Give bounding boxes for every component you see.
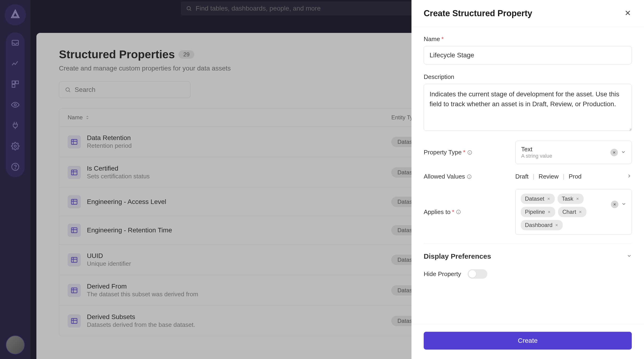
name-input[interactable] xyxy=(424,46,632,64)
allowed-values[interactable]: Draft| Review| Prod xyxy=(515,173,632,180)
hide-property-row: Hide Property xyxy=(424,269,632,279)
applies-tag: Task xyxy=(558,194,584,204)
proptype-title: Text xyxy=(521,146,552,153)
description-label: Description xyxy=(424,73,632,81)
chevron-down-icon[interactable] xyxy=(621,149,626,156)
create-property-drawer: Create Structured Property Name* Descrip… xyxy=(412,0,644,359)
clear-icon[interactable] xyxy=(611,201,618,208)
drawer-footer: Create xyxy=(412,324,644,359)
applies-tag: Chart xyxy=(558,207,586,217)
chevron-right-icon[interactable] xyxy=(626,173,632,180)
hide-property-toggle[interactable] xyxy=(468,269,487,279)
applies-tag: Dashboard xyxy=(521,220,563,230)
property-type-select[interactable]: Text A string value xyxy=(515,141,632,164)
close-button[interactable] xyxy=(624,9,632,18)
create-button[interactable]: Create xyxy=(424,332,632,349)
applies-tag: Pipeline xyxy=(521,207,555,217)
display-preferences[interactable]: Display Preferences xyxy=(424,252,632,260)
name-label: Name* xyxy=(424,36,632,43)
property-type-label: Property Type* xyxy=(424,149,515,156)
description-input[interactable] xyxy=(424,84,632,131)
hide-property-label: Hide Property xyxy=(424,270,461,278)
info-icon[interactable] xyxy=(466,174,472,180)
applies-to-label: Applies to* xyxy=(424,208,515,216)
proptype-sub: A string value xyxy=(521,153,552,159)
drawer-title: Create Structured Property xyxy=(424,9,532,18)
remove-tag-icon[interactable] xyxy=(555,222,558,228)
info-icon[interactable] xyxy=(467,150,472,155)
chevron-down-icon[interactable] xyxy=(621,201,626,207)
remove-tag-icon[interactable] xyxy=(547,209,551,215)
chevron-down-icon[interactable] xyxy=(626,253,632,259)
applies-tag: Dataset xyxy=(521,194,555,204)
allowed-values-label: Allowed Values xyxy=(424,173,515,180)
remove-tag-icon[interactable] xyxy=(576,195,580,202)
info-icon[interactable] xyxy=(456,209,461,215)
drawer-body: Name* Description Property Type* Text A … xyxy=(412,27,644,324)
clear-icon[interactable] xyxy=(610,149,618,156)
applies-to-select[interactable]: DatasetTaskPipelineChartDashboard xyxy=(515,189,632,235)
drawer-header: Create Structured Property xyxy=(412,0,644,27)
remove-tag-icon[interactable] xyxy=(547,195,550,202)
remove-tag-icon[interactable] xyxy=(578,209,582,215)
